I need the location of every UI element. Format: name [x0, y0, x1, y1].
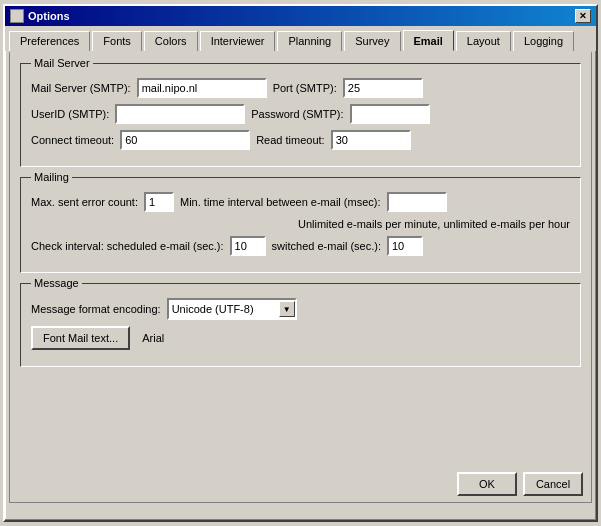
- userid-label: UserID (SMTP):: [31, 108, 109, 120]
- check-interval-input[interactable]: [230, 236, 266, 256]
- read-label: Read timeout:: [256, 134, 324, 146]
- font-mail-button[interactable]: Font Mail text...: [31, 326, 130, 350]
- connect-row: Connect timeout: Read timeout:: [31, 130, 570, 150]
- tab-email[interactable]: Email: [403, 30, 454, 51]
- bottom-bar: OK Cancel: [457, 472, 583, 496]
- connect-label: Connect timeout:: [31, 134, 114, 146]
- userid-input[interactable]: [115, 104, 245, 124]
- tab-layout[interactable]: Layout: [456, 31, 511, 52]
- close-button[interactable]: ✕: [575, 9, 591, 23]
- check-interval-row: Check interval: scheduled e-mail (sec.):…: [31, 236, 570, 256]
- format-select[interactable]: Unicode (UTF-8) ASCII UTF-16: [167, 298, 297, 320]
- switched-label: switched e-mail (sec.):: [272, 240, 381, 252]
- smtp-input[interactable]: [137, 78, 267, 98]
- min-interval-input[interactable]: [387, 192, 447, 212]
- window-icon: [10, 9, 24, 23]
- titlebar-title: Options: [10, 9, 70, 23]
- options-window: Options ✕ Preferences Fonts Colors Inter…: [3, 4, 598, 522]
- tab-colors[interactable]: Colors: [144, 31, 198, 52]
- ok-button[interactable]: OK: [457, 472, 517, 496]
- port-input[interactable]: [343, 78, 423, 98]
- font-row: Font Mail text... Arial: [31, 326, 570, 350]
- unlimited-text: Unlimited e-mails per minute, unlimited …: [31, 218, 570, 230]
- tab-planning[interactable]: Planning: [277, 31, 342, 52]
- connect-input[interactable]: [120, 130, 250, 150]
- password-input[interactable]: [350, 104, 430, 124]
- format-select-wrap: Unicode (UTF-8) ASCII UTF-16 ▼: [167, 298, 297, 320]
- smtp-label: Mail Server (SMTP):: [31, 82, 131, 94]
- max-error-input[interactable]: [144, 192, 174, 212]
- tab-fonts[interactable]: Fonts: [92, 31, 142, 52]
- min-interval-label: Min. time interval between e-mail (msec)…: [180, 196, 381, 208]
- tab-logging[interactable]: Logging: [513, 31, 574, 52]
- password-label: Password (SMTP):: [251, 108, 343, 120]
- cancel-button[interactable]: Cancel: [523, 472, 583, 496]
- tab-survey[interactable]: Survey: [344, 31, 400, 52]
- tab-preferences[interactable]: Preferences: [9, 31, 90, 52]
- font-name-label: Arial: [142, 332, 164, 344]
- window-title: Options: [28, 10, 70, 22]
- userid-row: UserID (SMTP): Password (SMTP):: [31, 104, 570, 124]
- format-label: Message format encoding:: [31, 303, 161, 315]
- switched-input[interactable]: [387, 236, 423, 256]
- message-group: Message Message format encoding: Unicode…: [20, 283, 581, 367]
- port-label: Port (SMTP):: [273, 82, 337, 94]
- tabs-bar: Preferences Fonts Colors Interviewer Pla…: [5, 26, 596, 51]
- max-error-row: Max. sent error count: Min. time interva…: [31, 192, 570, 212]
- mail-server-group: Mail Server Mail Server (SMTP): Port (SM…: [20, 63, 581, 167]
- titlebar: Options ✕: [5, 6, 596, 26]
- message-group-label: Message: [31, 277, 82, 289]
- mailing-group-label: Mailing: [31, 171, 72, 183]
- tab-interviewer[interactable]: Interviewer: [200, 31, 276, 52]
- read-input[interactable]: [331, 130, 411, 150]
- max-error-label: Max. sent error count:: [31, 196, 138, 208]
- check-interval-label: Check interval: scheduled e-mail (sec.):: [31, 240, 224, 252]
- content-area: Mail Server Mail Server (SMTP): Port (SM…: [9, 51, 592, 503]
- format-row: Message format encoding: Unicode (UTF-8)…: [31, 298, 570, 320]
- mailing-group: Mailing Max. sent error count: Min. time…: [20, 177, 581, 273]
- mail-server-group-label: Mail Server: [31, 57, 93, 69]
- smtp-row: Mail Server (SMTP): Port (SMTP):: [31, 78, 570, 98]
